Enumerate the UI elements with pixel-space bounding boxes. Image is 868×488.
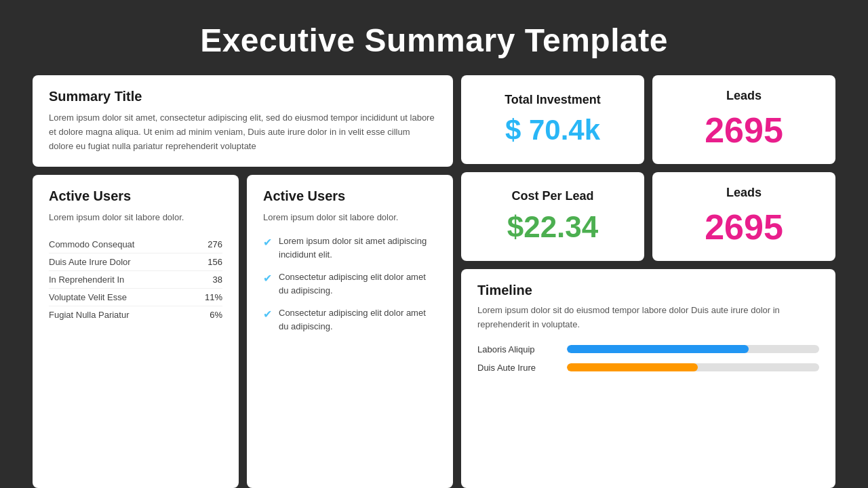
timeline-card: Timeline Lorem ipsum dolor sit do eiusmo… <box>461 269 835 488</box>
stat-label: In Reprehenderit In <box>49 274 124 285</box>
leads-1-label: Leads <box>726 89 762 103</box>
active-users-card-2: Active Users Lorem ipsum dolor sit labor… <box>247 175 453 488</box>
total-investment-value: $ 70.4k <box>505 114 600 146</box>
active-users-card-1: Active Users Lorem ipsum dolor sit labor… <box>33 175 239 488</box>
timeline-title: Timeline <box>477 283 819 298</box>
stat-value: 38 <box>213 274 222 285</box>
active-users-1-subtitle: Lorem ipsum dolor sit labore dolor. <box>49 211 222 225</box>
cost-per-lead-card: Cost Per Lead $22.34 <box>461 172 644 261</box>
check-icon: ✔ <box>263 272 272 285</box>
page-title: Executive Summary Template <box>200 0 668 75</box>
progress-label-2: Duis Aute Irure <box>477 363 559 373</box>
stat-label: Commodo Consequat <box>49 239 134 249</box>
stats-row: Duis Aute Irure Dolor 156 <box>49 253 222 271</box>
summary-text: Lorem ipsum dolor sit amet, consectetur … <box>49 111 437 153</box>
stats-row: Voluptate Velit Esse 11% <box>49 289 222 306</box>
progress-row-2: Duis Aute Irure <box>477 363 819 373</box>
check-icon: ✔ <box>263 308 272 321</box>
summary-card: Summary Title Lorem ipsum dolor sit amet… <box>33 75 453 167</box>
leads-card-1: Leads 2695 <box>652 75 835 164</box>
middle-right-row: Cost Per Lead $22.34 Leads 2695 <box>461 172 835 261</box>
stat-label: Fugiat Nulla Pariatur <box>49 310 130 320</box>
stat-label: Duis Aute Irure Dolor <box>49 257 131 267</box>
check-icon: ✔ <box>263 236 272 249</box>
cost-per-lead-value: $22.34 <box>507 210 599 244</box>
left-column: Summary Title Lorem ipsum dolor sit amet… <box>33 75 453 488</box>
progress-bar-bg-2 <box>567 363 819 371</box>
stat-value: 6% <box>210 310 222 320</box>
stat-value: 276 <box>208 239 222 249</box>
right-column: Total Investment $ 70.4k Leads 2695 Cost… <box>461 75 835 488</box>
active-users-2-subtitle: Lorem ipsum dolor sit labore dolor. <box>263 211 437 225</box>
content-area: Summary Title Lorem ipsum dolor sit amet… <box>0 75 868 488</box>
stat-label: Voluptate Velit Esse <box>49 292 127 302</box>
stat-value: 156 <box>208 257 222 267</box>
active-users-1-title: Active Users <box>49 188 222 204</box>
cost-per-lead-label: Cost Per Lead <box>511 189 593 203</box>
progress-fill-blue <box>567 345 749 353</box>
stats-row: Commodo Consequat 276 <box>49 236 222 253</box>
active-users-2-title: Active Users <box>263 188 437 204</box>
timeline-text: Lorem ipsum dolor sit do eiusmod tempor … <box>477 304 819 332</box>
checklist-item: ✔ Lorem ipsum dolor sit amet adipiscing … <box>263 235 437 261</box>
total-investment-label: Total Investment <box>505 93 601 107</box>
leads-2-value: 2695 <box>705 207 783 247</box>
progress-section: Laboris Aliquip Duis Aute Irure <box>477 344 819 373</box>
leads-card-2: Leads 2695 <box>652 172 835 261</box>
progress-label-1: Laboris Aliquip <box>477 344 559 354</box>
top-right-row: Total Investment $ 70.4k Leads 2695 <box>461 75 835 164</box>
checklist-item: ✔ Consectetur adipiscing elit dolor amet… <box>263 270 437 297</box>
stats-table: Commodo Consequat 276 Duis Aute Irure Do… <box>49 236 222 323</box>
checklist-item: ✔ Consectetur adipiscing elit dolor amet… <box>263 306 437 333</box>
leads-2-label: Leads <box>726 186 762 200</box>
leads-1-value: 2695 <box>705 110 783 150</box>
progress-bar-bg-1 <box>567 345 819 353</box>
stat-value: 11% <box>205 292 222 302</box>
checklist: ✔ Lorem ipsum dolor sit amet adipiscing … <box>263 235 437 333</box>
progress-row-1: Laboris Aliquip <box>477 344 819 354</box>
stats-row: Fugiat Nulla Pariatur 6% <box>49 306 222 323</box>
progress-fill-orange <box>567 363 698 371</box>
summary-title: Summary Title <box>49 89 437 104</box>
bottom-left-row: Active Users Lorem ipsum dolor sit labor… <box>33 175 453 488</box>
checklist-text: Consectetur adipiscing elit dolor amet d… <box>279 306 437 333</box>
stats-row: In Reprehenderit In 38 <box>49 271 222 289</box>
checklist-text: Consectetur adipiscing elit dolor amet d… <box>279 270 437 297</box>
total-investment-card: Total Investment $ 70.4k <box>461 75 644 164</box>
checklist-text: Lorem ipsum dolor sit amet adipiscing in… <box>279 235 437 261</box>
